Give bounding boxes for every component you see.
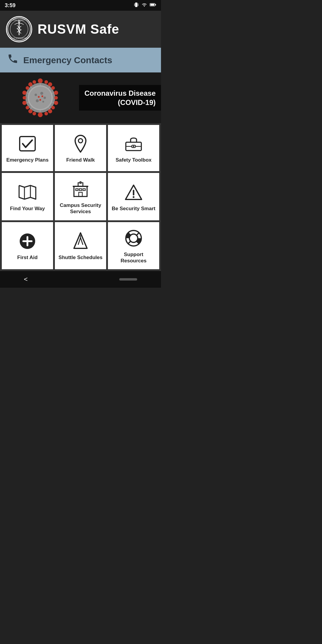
shuttle-schedules-label: Shuttle Schedules xyxy=(58,254,102,261)
wifi-icon xyxy=(141,2,147,8)
safety-toolbox-label: Safety Toolbox xyxy=(116,157,152,163)
svg-point-49 xyxy=(36,99,39,102)
grid-item-safety-toolbox[interactable]: Safety Toolbox xyxy=(108,125,159,171)
phone-icon xyxy=(7,53,18,67)
svg-point-26 xyxy=(54,96,58,100)
lifebuoy-icon xyxy=(124,229,143,248)
svg-point-17 xyxy=(54,101,58,105)
back-button[interactable]: < xyxy=(24,275,28,283)
svg-point-29 xyxy=(32,112,36,115)
map-icon xyxy=(18,183,37,202)
support-resources-label: Support Resources xyxy=(111,251,156,264)
status-icons xyxy=(134,2,156,9)
svg-point-16 xyxy=(54,91,58,95)
main-grid: Emergency Plans Friend Walk xyxy=(0,123,161,271)
svg-point-27 xyxy=(51,106,55,109)
app-title: RUSVM Safe xyxy=(38,22,119,37)
svg-rect-1 xyxy=(134,4,135,6)
svg-point-23 xyxy=(28,82,32,86)
first-aid-icon xyxy=(18,232,37,251)
svg-point-3 xyxy=(144,6,145,7)
toolbox-icon xyxy=(124,134,143,153)
svg-rect-0 xyxy=(135,3,137,7)
svg-rect-67 xyxy=(79,189,82,191)
covid-text-box: Coronavirus Disease (COVID-19) xyxy=(79,85,161,111)
grid-item-emergency-plans[interactable]: Emergency Plans xyxy=(2,125,53,171)
svg-point-51 xyxy=(38,96,40,98)
grid-item-first-aid[interactable]: First Aid xyxy=(2,222,53,270)
grid-item-campus-security[interactable]: Campus Security Services xyxy=(55,173,106,220)
svg-point-55 xyxy=(78,139,83,143)
svg-rect-64 xyxy=(74,186,87,196)
svg-rect-68 xyxy=(83,189,85,191)
svg-point-48 xyxy=(44,97,46,99)
app-logo: SCHOOL OF VETERINARY MEDICINE ROSS UNIVE… xyxy=(6,16,32,42)
svg-point-14 xyxy=(38,78,43,83)
svg-point-45 xyxy=(29,86,52,109)
svg-rect-5 xyxy=(150,4,154,6)
svg-text:ROSS UNIVERSITY: ROSS UNIVERSITY xyxy=(13,19,25,21)
svg-point-20 xyxy=(28,109,32,113)
bottom-nav-bar: < xyxy=(0,271,161,288)
svg-point-46 xyxy=(35,94,37,96)
svg-point-25 xyxy=(51,86,55,90)
svg-text:SCHOOL OF VETERINARY MEDICINE: SCHOOL OF VETERINARY MEDICINE xyxy=(7,38,31,39)
battery-icon xyxy=(150,3,156,8)
svg-point-73 xyxy=(133,196,134,198)
be-security-smart-label: Be Security Smart xyxy=(112,205,155,212)
grid-item-friend-walk[interactable]: Friend Walk xyxy=(55,125,106,171)
svg-rect-2 xyxy=(138,4,138,6)
svg-point-28 xyxy=(44,112,48,115)
svg-marker-77 xyxy=(74,233,87,248)
checkbox-icon xyxy=(18,134,37,153)
status-time: 3:59 xyxy=(5,2,16,9)
svg-point-18 xyxy=(48,109,52,113)
svg-point-24 xyxy=(44,80,48,84)
svg-point-22 xyxy=(22,91,27,95)
home-indicator[interactable] xyxy=(119,278,137,281)
svg-point-50 xyxy=(42,101,44,103)
location-pin-icon xyxy=(71,134,90,153)
svg-point-53 xyxy=(39,99,41,101)
building-icon xyxy=(71,179,90,199)
svg-point-31 xyxy=(23,96,26,100)
emergency-contacts-label: Emergency Contacts xyxy=(23,55,112,65)
friend-walk-label: Friend Walk xyxy=(66,157,95,163)
grid-item-find-your-way[interactable]: Find Your Way xyxy=(2,173,53,220)
shuttle-icon xyxy=(71,232,90,251)
svg-point-47 xyxy=(40,92,43,95)
svg-point-21 xyxy=(22,101,27,105)
svg-point-33 xyxy=(32,80,36,84)
emergency-contacts-banner[interactable]: Emergency Contacts xyxy=(0,48,161,72)
grid-item-shuttle-schedules[interactable]: Shuttle Schedules xyxy=(55,222,106,270)
svg-point-32 xyxy=(26,86,29,90)
covid-virus-image xyxy=(18,75,63,120)
emergency-plans-label: Emergency Plans xyxy=(6,157,49,163)
svg-rect-6 xyxy=(155,4,156,6)
find-your-way-label: Find Your Way xyxy=(10,205,45,212)
warning-triangle-icon xyxy=(124,183,143,202)
svg-point-52 xyxy=(41,95,43,97)
svg-point-19 xyxy=(38,112,43,117)
grid-item-be-security-smart[interactable]: Be Security Smart xyxy=(108,173,159,220)
campus-security-label: Campus Security Services xyxy=(58,202,103,215)
svg-point-15 xyxy=(48,82,52,86)
svg-rect-66 xyxy=(76,189,78,191)
svg-point-30 xyxy=(26,106,29,109)
status-bar: 3:59 xyxy=(0,0,161,11)
svg-rect-69 xyxy=(79,192,82,196)
grid-item-support-resources[interactable]: Support Resources xyxy=(108,222,159,270)
app-header: SCHOOL OF VETERINARY MEDICINE ROSS UNIVE… xyxy=(0,11,161,48)
first-aid-label: First Aid xyxy=(17,254,38,261)
vibrate-icon xyxy=(134,2,139,9)
covid-banner[interactable]: Coronavirus Disease (COVID-19) xyxy=(0,72,161,123)
